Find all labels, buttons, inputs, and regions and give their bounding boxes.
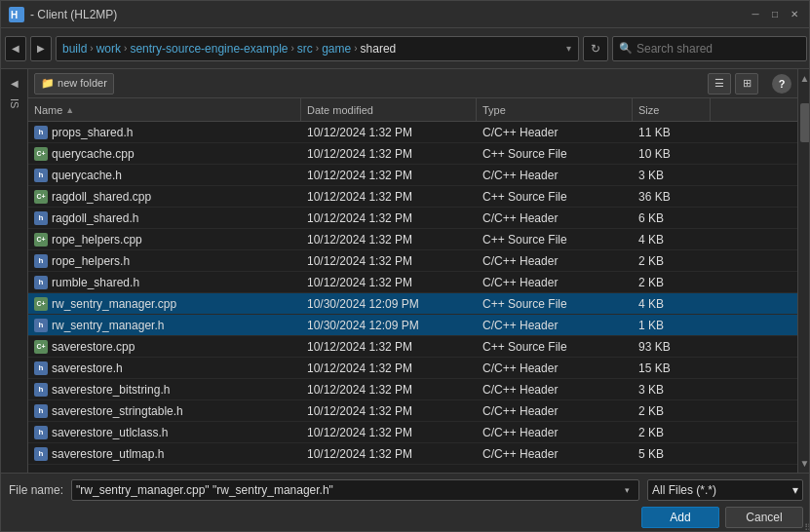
file-type-icon: h xyxy=(34,426,48,439)
table-row[interactable]: C+ ragdoll_shared.cpp 10/12/2024 1:32 PM… xyxy=(28,186,797,208)
file-type-icon: C+ xyxy=(34,340,48,354)
file-size-cell: 2 KB xyxy=(633,254,711,268)
svg-text:H: H xyxy=(11,10,18,20)
table-row[interactable]: h rw_sentry_manager.h 10/30/2024 12:09 P… xyxy=(28,315,797,336)
file-size-cell: 93 KB xyxy=(633,340,711,354)
search-box: 🔍 xyxy=(612,36,807,61)
file-name-cell: C+ ragdoll_shared.cpp xyxy=(28,190,301,204)
file-name-cell: C+ querycache.cpp xyxy=(28,147,301,161)
col-header-name[interactable]: Name ▲ xyxy=(28,98,301,121)
table-row[interactable]: C+ rw_sentry_manager.cpp 10/30/2024 12:0… xyxy=(28,293,797,315)
search-icon: 🔍 xyxy=(619,42,633,55)
col-header-size[interactable]: Size xyxy=(633,98,711,121)
maximize-button[interactable]: □ xyxy=(766,6,784,23)
file-date-cell: 10/12/2024 1:32 PM xyxy=(301,126,477,139)
table-row[interactable]: C+ saverestore.cpp 10/12/2024 1:32 PM C+… xyxy=(28,336,797,358)
help-button[interactable]: ? xyxy=(772,74,791,94)
table-row[interactable]: h ragdoll_shared.h 10/12/2024 1:32 PM C/… xyxy=(28,208,797,229)
file-type-icon: h xyxy=(34,361,48,375)
scrollbar[interactable]: ▲ ▼ xyxy=(797,69,810,473)
file-type-cell: C/C++ Header xyxy=(477,426,633,439)
file-type-cell: C++ Source File xyxy=(477,297,633,311)
col-header-type[interactable]: Type xyxy=(477,98,633,121)
breadcrumb-src[interactable]: src xyxy=(297,42,313,56)
breadcrumb-project[interactable]: sentry-source-engine-example xyxy=(130,42,288,56)
breadcrumb-game[interactable]: game xyxy=(322,42,351,56)
file-type-icon: h xyxy=(34,276,48,289)
file-table: Name ▲ Date modified Type Size xyxy=(28,98,797,473)
breadcrumb-build[interactable]: build xyxy=(62,42,87,56)
file-date-cell: 10/12/2024 1:32 PM xyxy=(301,147,477,161)
close-button[interactable]: ✕ xyxy=(786,6,803,23)
file-name-cell: h saverestore_bitstring.h xyxy=(28,383,301,397)
table-row[interactable]: h saverestore_utlmap.h 10/12/2024 1:32 P… xyxy=(28,443,797,465)
minimize-button[interactable]: ─ xyxy=(747,6,764,23)
file-type-cell: C/C++ Header xyxy=(477,447,633,461)
refresh-button[interactable]: ↻ xyxy=(583,36,608,61)
filename-row: File name: ▾ All Files (*.*) ▾ xyxy=(9,479,803,501)
title-bar: H - Client (HL2MP) ─ □ ✕ xyxy=(1,1,810,28)
table-row[interactable]: h saverestore_bitstring.h 10/12/2024 1:3… xyxy=(28,379,797,400)
file-rows-container: h props_shared.h 10/12/2024 1:32 PM C/C+… xyxy=(28,122,797,465)
file-name-cell: h querycache.h xyxy=(28,169,301,182)
file-size-cell: 2 KB xyxy=(633,426,711,439)
table-row[interactable]: h rope_helpers.h 10/12/2024 1:32 PM C/C+… xyxy=(28,250,797,272)
filename-input[interactable] xyxy=(76,483,619,497)
table-row[interactable]: h querycache.h 10/12/2024 1:32 PM C/C++ … xyxy=(28,165,797,186)
file-type-cell: C/C++ Header xyxy=(477,319,633,332)
window-title: - Client (HL2MP) xyxy=(30,8,117,21)
file-size-cell: 4 KB xyxy=(633,297,711,311)
file-date-cell: 10/30/2024 12:09 PM xyxy=(301,319,477,332)
file-type-icon: C+ xyxy=(34,147,48,161)
file-type-icon: h xyxy=(34,211,48,225)
file-type-icon: h xyxy=(34,254,48,268)
file-type-cell: C++ Source File xyxy=(477,190,633,204)
filetype-select[interactable]: All Files (*.*) ▾ xyxy=(647,479,803,501)
new-folder-button[interactable]: 📁 new folder xyxy=(34,73,114,95)
scrollbar-thumb[interactable] xyxy=(800,103,810,142)
forward-button[interactable]: ▶ xyxy=(30,36,52,61)
sidebar-toggle[interactable]: ◀ xyxy=(5,73,24,93)
file-size-cell: 5 KB xyxy=(633,447,711,461)
file-type-cell: C/C++ Header xyxy=(477,254,633,268)
table-row[interactable]: h rumble_shared.h 10/12/2024 1:32 PM C/C… xyxy=(28,272,797,293)
file-name-cell: h saverestore_utlclass.h xyxy=(28,426,301,439)
file-size-cell: 3 KB xyxy=(633,169,711,182)
file-name-cell: h rumble_shared.h xyxy=(28,276,301,289)
table-row[interactable]: h saverestore_utlclass.h 10/12/2024 1:32… xyxy=(28,422,797,443)
breadcrumb-work[interactable]: work xyxy=(96,42,121,56)
file-type-icon: h xyxy=(34,404,48,418)
view-details-button[interactable]: ☰ xyxy=(708,73,731,95)
table-row[interactable]: h saverestore.h 10/12/2024 1:32 PM C/C++… xyxy=(28,358,797,379)
file-date-cell: 10/12/2024 1:32 PM xyxy=(301,276,477,289)
table-row[interactable]: h saverestore_stringtable.h 10/12/2024 1… xyxy=(28,400,797,422)
file-type-cell: C/C++ Header xyxy=(477,211,633,225)
col-header-date[interactable]: Date modified xyxy=(301,98,477,121)
view-tiles-button[interactable]: ⊞ xyxy=(735,73,758,95)
main-area: ◀ IS 📁 new folder ☰ ⊞ ? Name ▲ xyxy=(1,69,810,473)
file-size-cell: 2 KB xyxy=(633,276,711,289)
sidebar-item-is[interactable]: IS xyxy=(7,95,22,112)
view-toolbar: 📁 new folder ☰ ⊞ ? xyxy=(28,69,797,98)
bottom-area: File name: ▾ All Files (*.*) ▾ Add Cance… xyxy=(1,473,810,532)
file-date-cell: 10/12/2024 1:32 PM xyxy=(301,383,477,397)
table-row[interactable]: h props_shared.h 10/12/2024 1:32 PM C/C+… xyxy=(28,122,797,143)
filename-dropdown-button[interactable]: ▾ xyxy=(619,480,635,500)
search-input[interactable] xyxy=(636,42,800,56)
file-type-icon: h xyxy=(34,319,48,332)
back-button[interactable]: ◀ xyxy=(5,36,26,61)
file-date-cell: 10/12/2024 1:32 PM xyxy=(301,169,477,182)
file-type-cell: C/C++ Header xyxy=(477,169,633,182)
resize-handle[interactable]: ⠿ xyxy=(799,521,810,532)
breadcrumb: build › work › sentry-source-engine-exam… xyxy=(56,36,579,61)
table-row[interactable]: C+ querycache.cpp 10/12/2024 1:32 PM C++… xyxy=(28,143,797,165)
add-button[interactable]: Add xyxy=(641,507,719,528)
cancel-button[interactable]: Cancel xyxy=(725,507,803,528)
file-name-cell: h rw_sentry_manager.h xyxy=(28,319,301,332)
file-name-cell: C+ saverestore.cpp xyxy=(28,340,301,354)
file-type-icon: C+ xyxy=(34,233,48,247)
file-size-cell: 36 KB xyxy=(633,190,711,204)
table-row[interactable]: C+ rope_helpers.cpp 10/12/2024 1:32 PM C… xyxy=(28,229,797,250)
toolbar: ◀ ▶ build › work › sentry-source-engine-… xyxy=(1,28,810,69)
file-type-icon: C+ xyxy=(34,190,48,204)
